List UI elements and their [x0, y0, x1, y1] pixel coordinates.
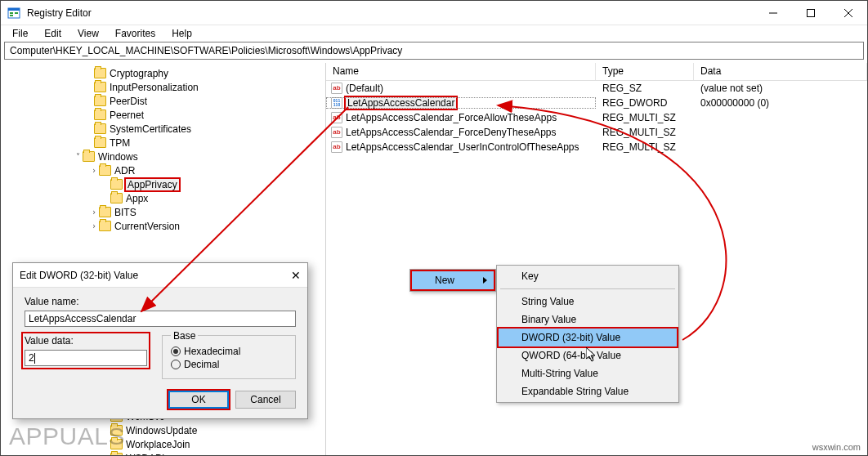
tree-label: TPM — [110, 137, 130, 149]
menu-file[interactable]: File — [6, 26, 34, 41]
expand-icon[interactable]: › — [89, 166, 99, 175]
sub-binary[interactable]: Binary Value — [499, 311, 677, 329]
col-data[interactable]: Data — [694, 63, 867, 80]
folder-icon — [110, 453, 123, 455]
menu-favorites[interactable]: Favorites — [109, 26, 162, 41]
tree-label: InputPersonalization — [110, 82, 199, 93]
tree-item-cryptography[interactable]: Cryptography — [1, 66, 325, 80]
close-button[interactable] — [830, 1, 867, 25]
cancel-button[interactable]: Cancel — [235, 391, 296, 409]
tree-item-inputpersonalization[interactable]: InputPersonalization — [1, 80, 325, 94]
tree-label: WorkplaceJoin — [126, 439, 190, 450]
ok-button[interactable]: OK — [168, 391, 229, 409]
tree-label: WindowsUpdate — [126, 425, 197, 436]
maximize-button[interactable] — [792, 1, 830, 25]
dialog-close-button[interactable]: ✕ — [291, 269, 301, 282]
dialog-titlebar[interactable]: Edit DWORD (32-bit) Value ✕ — [13, 263, 307, 288]
address-bar[interactable]: Computer\HKEY_LOCAL_MACHINE\SOFTWARE\Pol… — [4, 42, 864, 60]
ctx-new-label: New — [435, 275, 454, 286]
value-type: REG_MULTI_SZ — [596, 141, 694, 153]
folder-icon — [110, 193, 123, 203]
label-value-data: Value data: — [25, 335, 147, 346]
sub-string[interactable]: String Value — [499, 293, 677, 311]
folder-icon — [99, 165, 111, 176]
radio-hex[interactable]: Hexadecimal — [171, 346, 287, 357]
minimize-button[interactable] — [754, 1, 792, 25]
window-title: Registry Editor — [27, 7, 754, 19]
tree-label: Windows — [98, 151, 138, 163]
value-row[interactable]: abLetAppsAccessCalendar_UserInControlOfT… — [326, 140, 867, 154]
value-name-input[interactable] — [25, 311, 296, 327]
base-legend: Base — [171, 330, 198, 342]
value-row[interactable]: 011 110LetAppsAccessCalendarREG_DWORD0x0… — [326, 96, 867, 110]
context-submenu-new[interactable]: Key String Value Binary Value DWORD (32-… — [496, 265, 679, 403]
folder-icon — [94, 110, 106, 120]
expand-icon[interactable]: › — [89, 221, 99, 230]
tree-item-windows[interactable]: ˅Windows — [1, 150, 325, 163]
sub-key[interactable]: Key — [499, 267, 677, 285]
context-menu[interactable]: New — [409, 269, 496, 292]
caret-icon — [34, 353, 35, 364]
ctx-new[interactable]: New — [412, 271, 494, 289]
value-type: REG_SZ — [596, 83, 694, 94]
tree-label: AppPrivacy — [126, 179, 179, 190]
tree-label: Peernet — [110, 110, 144, 121]
tree-label: PeerDist — [110, 96, 147, 107]
folder-icon — [99, 221, 111, 231]
expand-icon[interactable]: ˅ — [73, 152, 83, 161]
sub-expandable[interactable]: Expandable String Value — [499, 382, 677, 400]
tree-label: CurrentVersion — [114, 221, 180, 232]
base-fieldset: Base Hexadecimal Decimal — [162, 335, 296, 379]
folder-icon — [94, 123, 106, 134]
svg-rect-4 — [15, 12, 18, 14]
window-controls — [754, 1, 867, 25]
radio-icon — [171, 346, 181, 356]
col-type[interactable]: Type — [596, 63, 694, 80]
menu-bar: File Edit View Favorites Help — [1, 25, 867, 42]
svg-rect-1 — [8, 8, 20, 11]
radio-dec[interactable]: Decimal — [171, 359, 287, 370]
sub-dword[interactable]: DWORD (32-bit) Value — [499, 329, 677, 346]
value-type: REG_DWORD — [596, 97, 694, 109]
tree-item-adr[interactable]: ›ADR — [1, 163, 325, 177]
tree-item-appx[interactable]: Appx — [1, 191, 325, 205]
value-data-input[interactable]: 2 — [25, 350, 147, 366]
tree-item-currentversion[interactable]: ›CurrentVersion — [1, 219, 325, 233]
folder-icon — [94, 82, 106, 92]
folder-icon — [110, 179, 123, 190]
regedit-icon — [7, 7, 20, 20]
dialog-title: Edit DWORD (32-bit) Value — [20, 270, 138, 281]
value-name: LetAppsAccessCalendar_ForceDenyTheseApps — [346, 127, 556, 138]
sub-multi[interactable]: Multi-String Value — [499, 364, 677, 382]
tree-item-peerdist[interactable]: PeerDist — [1, 94, 325, 108]
value-row[interactable]: ab(Default)REG_SZ(value not set) — [326, 81, 867, 96]
value-data: 0x00000000 (0) — [694, 97, 867, 109]
folder-icon — [99, 207, 111, 217]
value-row[interactable]: abLetAppsAccessCalendar_ForceDenyTheseAp… — [326, 125, 867, 140]
value-name: LetAppsAccessCalendar_UserInControlOfThe… — [346, 141, 579, 153]
string-value-icon: ab — [331, 83, 342, 94]
url-watermark: wsxwin.com — [812, 442, 861, 452]
tree-label: SystemCertificates — [110, 123, 191, 135]
menu-view[interactable]: View — [71, 26, 105, 41]
folder-icon — [94, 68, 106, 78]
tree-item-tpm[interactable]: TPM — [1, 136, 325, 150]
tree-item-systemcertificates[interactable]: SystemCertificates — [1, 122, 325, 136]
label-value-name: Value name: — [25, 296, 296, 307]
value-type: REG_MULTI_SZ — [596, 112, 694, 123]
svg-rect-6 — [808, 9, 815, 16]
tree-item-wsdapi[interactable]: WSDAPI — [1, 451, 325, 455]
tree-item-peernet[interactable]: Peernet — [1, 108, 325, 122]
string-value-icon: ab — [331, 127, 342, 138]
menu-edit[interactable]: Edit — [38, 26, 68, 41]
value-row[interactable]: abLetAppsAccessCalendar_ForceAllowTheseA… — [326, 110, 867, 125]
tree-item-bits[interactable]: ›BITS — [1, 205, 325, 219]
tree-label: WSDAPI — [126, 453, 164, 456]
expand-icon[interactable]: › — [89, 208, 99, 217]
menu-help[interactable]: Help — [165, 26, 199, 41]
tree-item-appprivacy[interactable]: AppPrivacy — [1, 177, 325, 191]
watermark: APPUALS — [9, 422, 125, 450]
tree-label: ADR — [114, 165, 135, 177]
col-name[interactable]: Name — [326, 63, 596, 80]
tree-label: BITS — [114, 207, 136, 218]
